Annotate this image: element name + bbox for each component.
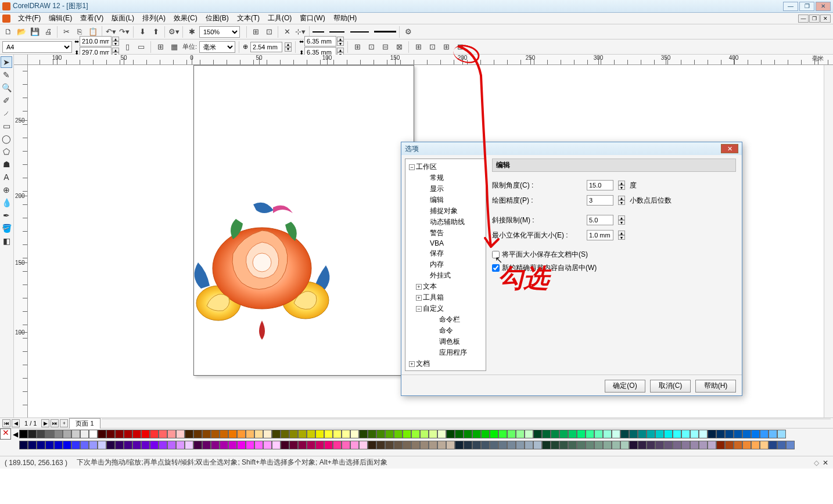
color-swatch[interactable] xyxy=(638,430,647,438)
palette-scroll-left[interactable]: ◀ xyxy=(11,430,19,438)
color-swatch[interactable] xyxy=(594,430,603,438)
color-swatch[interactable] xyxy=(350,430,359,438)
spin-up[interactable]: ▲ xyxy=(112,37,119,41)
color-swatch[interactable] xyxy=(577,430,586,438)
ruler-horizontal[interactable]: 10050050100150200250300350400毫米 xyxy=(28,55,833,65)
tree-document[interactable]: +文档 xyxy=(407,358,484,369)
ruler-vertical[interactable]: 250200150100 xyxy=(14,65,28,417)
mdi-restore[interactable]: ❐ xyxy=(809,15,820,23)
color-swatch[interactable] xyxy=(403,430,411,438)
pick-tool-icon[interactable]: ➤ xyxy=(1,56,12,68)
color-swatch[interactable] xyxy=(19,430,28,438)
color-swatch[interactable] xyxy=(742,441,751,449)
color-swatch[interactable] xyxy=(45,430,54,438)
color-swatch[interactable] xyxy=(141,441,150,449)
freehand-tool-icon[interactable]: ✐ xyxy=(1,95,12,106)
color-swatch[interactable] xyxy=(307,430,315,438)
polygon-tool-icon[interactable]: ⬠ xyxy=(1,146,12,157)
portrait-icon[interactable]: ▯ xyxy=(121,41,133,53)
color-swatch[interactable] xyxy=(124,430,132,438)
color-swatch[interactable] xyxy=(586,430,594,438)
color-swatch[interactable] xyxy=(45,441,54,449)
outline-tool-icon[interactable]: ✒ xyxy=(1,210,12,221)
tree-customize[interactable]: −自定义 xyxy=(407,303,484,314)
menu-arrange[interactable]: 排列(A) xyxy=(138,12,170,24)
color-swatch[interactable] xyxy=(63,441,71,449)
miter-input[interactable] xyxy=(587,215,613,225)
color-swatch[interactable] xyxy=(324,441,333,449)
color-swatch[interactable] xyxy=(115,430,124,438)
menu-text[interactable]: 文本(T) xyxy=(233,12,264,24)
color-swatch[interactable] xyxy=(202,441,211,449)
color-swatch[interactable] xyxy=(594,441,603,449)
color-swatch[interactable] xyxy=(333,430,342,438)
color-swatch[interactable] xyxy=(37,430,45,438)
color-swatch[interactable] xyxy=(542,441,551,449)
menu-file[interactable]: 文件(F) xyxy=(14,12,45,24)
save-icon[interactable]: 💾 xyxy=(29,26,41,38)
color-swatch[interactable] xyxy=(220,441,228,449)
tree-application[interactable]: 应用程序 xyxy=(407,347,484,358)
color-swatch[interactable] xyxy=(734,430,742,438)
spin-down[interactable]: ▼ xyxy=(285,47,292,52)
color-swatch[interactable] xyxy=(429,441,437,449)
color-swatch[interactable] xyxy=(159,430,167,438)
treat-icon[interactable]: ⊠ xyxy=(393,41,405,53)
spin-down[interactable]: ▼ xyxy=(618,185,625,190)
add-page-button[interactable]: + xyxy=(60,419,68,427)
spin-up[interactable]: ▲ xyxy=(618,231,625,235)
interactive-tool-icon[interactable]: ⊕ xyxy=(1,184,12,196)
first-page-button[interactable]: ⏮ xyxy=(2,419,10,427)
scrollbar-horizontal[interactable] xyxy=(102,419,831,428)
color-swatch[interactable] xyxy=(80,441,89,449)
tree-workspace[interactable]: −工作区 xyxy=(407,161,484,172)
color-swatch[interactable] xyxy=(350,441,359,449)
color-swatch[interactable] xyxy=(716,430,725,438)
spin-down[interactable]: ▼ xyxy=(618,220,625,225)
color-swatch[interactable] xyxy=(777,430,786,438)
tree-text[interactable]: +文本 xyxy=(407,281,484,292)
options-icon[interactable]: ⚙ xyxy=(403,26,414,38)
color-swatch[interactable] xyxy=(54,430,63,438)
extrude-input[interactable] xyxy=(587,230,613,240)
color-swatch[interactable] xyxy=(638,441,647,449)
tree-plugin[interactable]: 外挂式 xyxy=(407,270,484,281)
color-swatch[interactable] xyxy=(359,430,368,438)
spin-down[interactable]: ▼ xyxy=(112,41,119,46)
color-swatch[interactable] xyxy=(516,441,525,449)
color-swatch[interactable] xyxy=(342,441,350,449)
color-swatch[interactable] xyxy=(106,430,115,438)
color-swatch[interactable] xyxy=(507,430,516,438)
color-swatch[interactable] xyxy=(437,430,446,438)
line-style-3[interactable] xyxy=(350,31,369,33)
text-tool-icon[interactable]: A xyxy=(1,171,12,183)
line-style-2[interactable] xyxy=(329,31,344,33)
snap-guide-icon[interactable]: ⊡ xyxy=(426,41,438,53)
color-swatch[interactable] xyxy=(359,441,368,449)
color-swatch[interactable] xyxy=(176,441,185,449)
color-swatch[interactable] xyxy=(211,430,220,438)
color-swatch[interactable] xyxy=(551,441,559,449)
color-swatch[interactable] xyxy=(368,441,376,449)
autocenter-check[interactable]: 新的精确剪裁内容自动居中(W) xyxy=(492,263,736,273)
color-swatch[interactable] xyxy=(150,430,159,438)
color-swatch[interactable] xyxy=(115,441,124,449)
color-swatch[interactable] xyxy=(681,441,690,449)
color-swatch[interactable] xyxy=(429,430,437,438)
color-swatch[interactable] xyxy=(202,430,211,438)
color-swatch[interactable] xyxy=(551,430,559,438)
color-swatch[interactable] xyxy=(54,441,63,449)
color-swatch[interactable] xyxy=(664,441,673,449)
color-swatch[interactable] xyxy=(455,430,464,438)
app-launcher-icon[interactable]: ⚙▾ xyxy=(168,26,179,38)
menu-view[interactable]: 查看(V) xyxy=(76,12,107,24)
color-swatch[interactable] xyxy=(420,441,429,449)
spin-down[interactable]: ▼ xyxy=(618,235,625,240)
tree-warnings[interactable]: 警告 xyxy=(407,228,484,239)
color-swatch[interactable] xyxy=(298,441,307,449)
color-swatch[interactable] xyxy=(150,441,159,449)
color-swatch[interactable] xyxy=(237,430,246,438)
tree-palette[interactable]: 调色板 xyxy=(407,336,484,347)
precision-input[interactable] xyxy=(587,195,613,206)
spin-up[interactable]: ▲ xyxy=(618,196,625,200)
